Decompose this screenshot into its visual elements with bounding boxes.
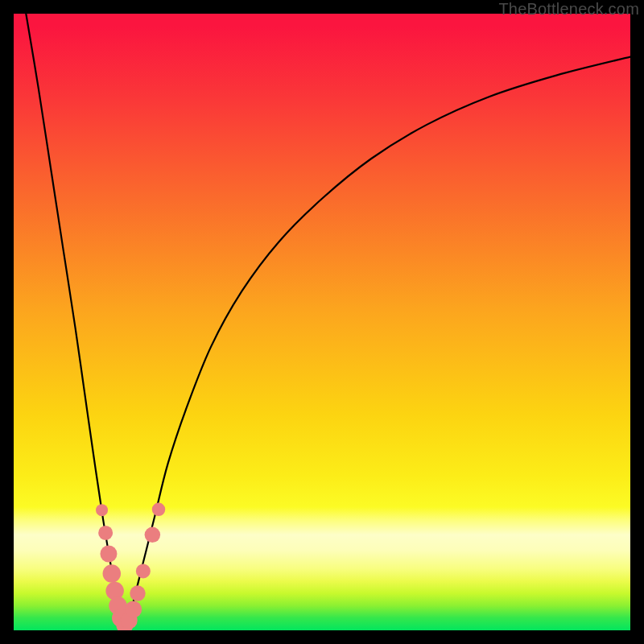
data-point <box>152 503 166 517</box>
data-point <box>100 546 117 563</box>
data-point <box>96 504 108 516</box>
chart-svg <box>14 14 630 630</box>
curve-right-curve <box>125 57 630 626</box>
watermark-text: TheBottleneck.com <box>498 0 639 19</box>
data-point <box>130 585 146 601</box>
chart-frame: TheBottleneck.com <box>0 0 644 644</box>
data-point <box>145 527 161 543</box>
plot-area <box>14 14 630 630</box>
data-point <box>103 564 122 583</box>
data-point <box>136 564 151 578</box>
data-point <box>125 601 142 617</box>
data-point <box>98 526 113 540</box>
